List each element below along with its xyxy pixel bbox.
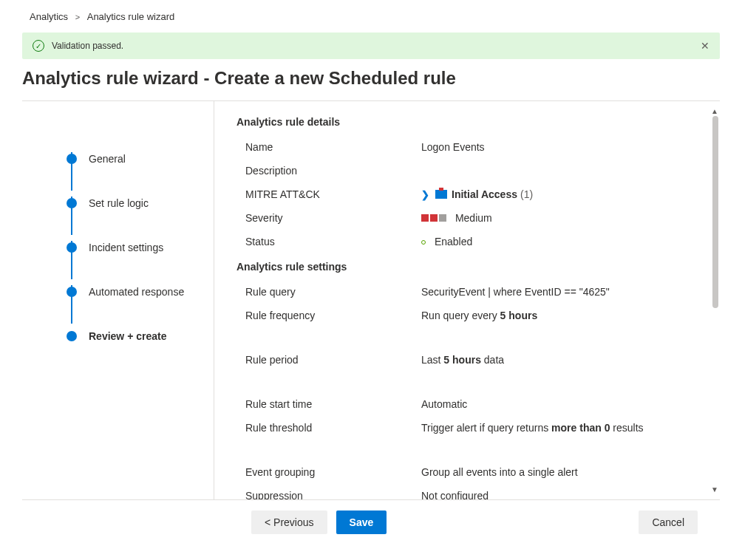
label-rule-start: Rule start time	[236, 398, 421, 410]
step-dot-icon	[67, 331, 77, 341]
row-rule-threshold: Rule threshold Trigger alert if query re…	[236, 416, 698, 460]
severity-bars-icon	[421, 214, 446, 222]
row-status: Status Enabled	[236, 230, 698, 253]
check-circle-icon: ✓	[33, 40, 44, 52]
breadcrumb: Analytics > Analytics rule wizard	[0, 0, 742, 30]
value-rule-period: Last 5 hours data	[421, 354, 698, 366]
step-dot-icon	[67, 198, 77, 208]
label-rule-query: Rule query	[236, 286, 421, 298]
value-status: Enabled	[421, 236, 698, 247]
label-rule-period: Rule period	[236, 354, 421, 366]
label-mitre: MITRE ATT&CK	[236, 188, 421, 200]
step-automated-response[interactable]: Automated response	[67, 270, 214, 314]
breadcrumb-current: Analytics rule wizard	[87, 11, 175, 22]
row-severity: Severity Medium	[236, 206, 698, 230]
label-severity: Severity	[236, 212, 421, 224]
status-text: Enabled	[435, 236, 472, 247]
value-event-grouping: Group all events into a single alert	[421, 466, 698, 478]
step-dot-icon	[67, 242, 77, 253]
mitre-count: (1)	[520, 188, 533, 200]
details-heading: Analytics rule details	[236, 116, 698, 128]
row-name: Name Logon Events	[236, 135, 698, 159]
row-rule-period: Rule period Last 5 hours data	[236, 348, 698, 392]
value-rule-frequency: Run query every 5 hours	[421, 310, 698, 321]
row-event-grouping: Event grouping Group all events into a s…	[236, 460, 698, 484]
severity-text: Medium	[455, 212, 492, 224]
step-incident-settings[interactable]: Incident settings	[67, 225, 214, 270]
value-name: Logon Events	[421, 141, 698, 153]
row-suppression: Suppression Not configured	[236, 484, 698, 499]
value-rule-query: SecurityEvent | where EventID == "4625"	[421, 286, 698, 298]
chevron-right-icon: >	[75, 13, 80, 21]
scrollbar-thumb[interactable]	[712, 116, 718, 308]
label-rule-frequency: Rule frequency	[236, 310, 421, 321]
value-suppression: Not configured	[421, 490, 698, 499]
page-title: Analytics rule wizard - Create a new Sch…	[0, 68, 742, 100]
label-status: Status	[236, 236, 421, 247]
row-rule-start: Rule start time Automatic	[236, 392, 698, 416]
step-rule-logic[interactable]: Set rule logic	[67, 181, 214, 225]
row-rule-frequency: Rule frequency Run query every 5 hours	[236, 304, 698, 348]
value-rule-threshold: Trigger alert if query returns more than…	[421, 422, 698, 434]
main-area: General Set rule logic Incident settings…	[22, 100, 720, 499]
label-name: Name	[236, 141, 421, 153]
row-mitre: MITRE ATT&CK ❯ Initial Access (1)	[236, 182, 698, 206]
settings-heading: Analytics rule settings	[236, 261, 698, 273]
value-severity: Medium	[421, 212, 698, 224]
scroll-up-icon[interactable]: ▲	[711, 107, 718, 115]
step-label: Incident settings	[89, 242, 163, 253]
wizard-footer: < Previous Save Cancel	[22, 499, 720, 544]
label-event-grouping: Event grouping	[236, 466, 421, 478]
close-icon[interactable]: ✕	[701, 40, 709, 52]
cancel-button[interactable]: Cancel	[639, 511, 698, 534]
row-rule-query: Rule query SecurityEvent | where EventID…	[236, 280, 698, 304]
step-label: Review + create	[89, 330, 166, 342]
value-rule-start: Automatic	[421, 398, 698, 410]
breadcrumb-root[interactable]: Analytics	[30, 11, 68, 22]
chevron-right-icon: ❯	[421, 189, 429, 200]
validation-banner: ✓ Validation passed. ✕	[22, 33, 720, 59]
step-label: Automated response	[89, 286, 184, 298]
label-suppression: Suppression	[236, 490, 421, 499]
mitre-tactic: Initial Access	[452, 188, 517, 200]
step-dot-icon	[67, 154, 77, 164]
step-label: General	[89, 153, 126, 165]
step-dot-icon	[67, 287, 77, 297]
wizard-steps: General Set rule logic Incident settings…	[22, 101, 214, 499]
step-review-create[interactable]: Review + create	[67, 314, 214, 358]
review-content: Analytics rule details Name Logon Events…	[214, 101, 720, 499]
row-description: Description	[236, 159, 698, 182]
tactics-icon	[435, 190, 447, 199]
previous-button[interactable]: < Previous	[251, 511, 327, 534]
value-mitre[interactable]: ❯ Initial Access (1)	[421, 188, 698, 200]
save-button[interactable]: Save	[336, 511, 387, 534]
status-dot-icon	[421, 240, 426, 245]
label-description: Description	[236, 165, 421, 177]
label-rule-threshold: Rule threshold	[236, 422, 421, 434]
scroll-down-icon[interactable]: ▼	[711, 485, 718, 494]
validation-message: Validation passed.	[52, 41, 123, 51]
step-label: Set rule logic	[89, 197, 149, 209]
step-general[interactable]: General	[67, 137, 214, 181]
